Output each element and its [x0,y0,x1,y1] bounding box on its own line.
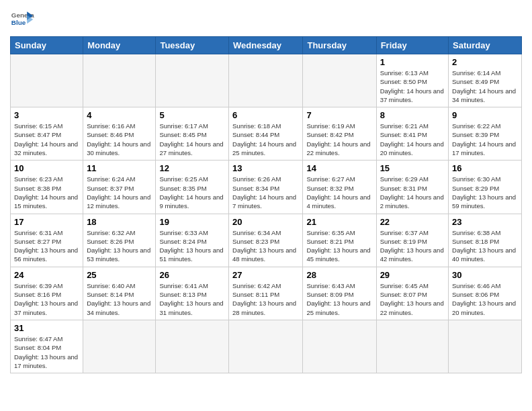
day-number: 29 [380,270,445,280]
day-info: Sunrise: 6:42 AM Sunset: 8:11 PM Dayligh… [232,281,299,317]
day-info: Sunrise: 6:15 AM Sunset: 8:47 PM Dayligh… [14,122,79,157]
day-info: Sunrise: 6:29 AM Sunset: 8:31 PM Dayligh… [380,175,445,210]
day-info: Sunrise: 6:47 AM Sunset: 8:04 PM Dayligh… [14,334,79,370]
day-info: Sunrise: 6:45 AM Sunset: 8:07 PM Dayligh… [380,281,445,317]
day-number: 21 [306,217,372,227]
calendar-cell: 31Sunrise: 6:47 AM Sunset: 8:04 PM Dayli… [11,320,83,373]
day-number: 23 [452,217,518,227]
calendar-cell: 22Sunrise: 6:37 AM Sunset: 8:19 PM Dayli… [376,214,448,267]
logo: General Blue [10,7,34,31]
calendar-cell [303,320,376,373]
calendar-cell: 9Sunrise: 6:22 AM Sunset: 8:39 PM Daylig… [449,107,522,161]
week-row-4: 17Sunrise: 6:31 AM Sunset: 8:27 PM Dayli… [11,214,522,267]
calendar-cell: 10Sunrise: 6:23 AM Sunset: 8:38 PM Dayli… [11,161,83,214]
weekday-header-monday: Monday [83,37,156,54]
day-info: Sunrise: 6:25 AM Sunset: 8:35 PM Dayligh… [159,175,225,210]
weekday-header-sunday: Sunday [11,37,83,54]
calendar-cell [376,320,448,373]
generalblue-logo-icon: General Blue [10,7,34,31]
day-number: 27 [232,270,299,280]
day-number: 9 [452,110,518,120]
day-info: Sunrise: 6:22 AM Sunset: 8:39 PM Dayligh… [452,122,518,157]
calendar-cell: 13Sunrise: 6:26 AM Sunset: 8:34 PM Dayli… [229,161,303,214]
calendar-cell: 3Sunrise: 6:15 AM Sunset: 8:47 PM Daylig… [11,107,83,161]
calendar-cell [449,320,522,373]
day-number: 2 [452,57,518,67]
day-number: 28 [306,270,372,280]
day-number: 1 [380,57,445,67]
day-info: Sunrise: 6:19 AM Sunset: 8:42 PM Dayligh… [306,122,372,157]
day-info: Sunrise: 6:35 AM Sunset: 8:21 PM Dayligh… [306,228,372,264]
calendar-cell: 19Sunrise: 6:33 AM Sunset: 8:24 PM Dayli… [156,214,229,267]
day-info: Sunrise: 6:17 AM Sunset: 8:45 PM Dayligh… [159,122,225,157]
day-info: Sunrise: 6:23 AM Sunset: 8:38 PM Dayligh… [14,175,79,210]
header: General Blue [10,7,522,31]
calendar-cell: 27Sunrise: 6:42 AM Sunset: 8:11 PM Dayli… [229,267,303,320]
day-info: Sunrise: 6:18 AM Sunset: 8:44 PM Dayligh… [232,122,299,157]
day-info: Sunrise: 6:13 AM Sunset: 8:50 PM Dayligh… [380,68,445,104]
day-number: 13 [232,163,299,173]
calendar-cell: 20Sunrise: 6:34 AM Sunset: 8:23 PM Dayli… [229,214,303,267]
day-number: 16 [452,163,518,173]
calendar-cell: 23Sunrise: 6:38 AM Sunset: 8:18 PM Dayli… [449,214,522,267]
day-number: 11 [87,163,152,173]
weekday-header-tuesday: Tuesday [156,37,229,54]
calendar-cell: 5Sunrise: 6:17 AM Sunset: 8:45 PM Daylig… [156,107,229,161]
day-number: 30 [452,270,518,280]
day-info: Sunrise: 6:38 AM Sunset: 8:18 PM Dayligh… [452,228,518,264]
calendar-cell: 2Sunrise: 6:14 AM Sunset: 8:49 PM Daylig… [449,54,522,107]
day-number: 15 [380,163,445,173]
day-info: Sunrise: 6:30 AM Sunset: 8:29 PM Dayligh… [452,175,518,210]
day-info: Sunrise: 6:40 AM Sunset: 8:14 PM Dayligh… [87,281,152,317]
calendar-cell: 15Sunrise: 6:29 AM Sunset: 8:31 PM Dayli… [376,161,448,214]
day-info: Sunrise: 6:34 AM Sunset: 8:23 PM Dayligh… [232,228,299,264]
weekday-header-thursday: Thursday [303,37,376,54]
day-info: Sunrise: 6:43 AM Sunset: 8:09 PM Dayligh… [306,281,372,317]
day-number: 7 [306,110,372,120]
week-row-5: 24Sunrise: 6:39 AM Sunset: 8:16 PM Dayli… [11,267,522,320]
calendar-cell: 24Sunrise: 6:39 AM Sunset: 8:16 PM Dayli… [11,267,83,320]
weekday-header-saturday: Saturday [449,37,522,54]
calendar-cell: 7Sunrise: 6:19 AM Sunset: 8:42 PM Daylig… [303,107,376,161]
calendar-cell: 11Sunrise: 6:24 AM Sunset: 8:37 PM Dayli… [83,161,156,214]
calendar-cell [156,54,229,107]
day-number: 18 [87,217,152,227]
day-number: 19 [159,217,225,227]
day-number: 8 [380,110,445,120]
calendar-table: SundayMondayTuesdayWednesdayThursdayFrid… [10,36,522,373]
day-number: 10 [14,163,79,173]
calendar-cell: 12Sunrise: 6:25 AM Sunset: 8:35 PM Dayli… [156,161,229,214]
day-info: Sunrise: 6:21 AM Sunset: 8:41 PM Dayligh… [380,122,445,157]
day-info: Sunrise: 6:26 AM Sunset: 8:34 PM Dayligh… [232,175,299,210]
calendar-cell: 25Sunrise: 6:40 AM Sunset: 8:14 PM Dayli… [83,267,156,320]
day-info: Sunrise: 6:41 AM Sunset: 8:13 PM Dayligh… [159,281,225,317]
calendar-cell: 16Sunrise: 6:30 AM Sunset: 8:29 PM Dayli… [449,161,522,214]
day-info: Sunrise: 6:24 AM Sunset: 8:37 PM Dayligh… [87,175,152,210]
week-row-6: 31Sunrise: 6:47 AM Sunset: 8:04 PM Dayli… [11,320,522,373]
day-info: Sunrise: 6:39 AM Sunset: 8:16 PM Dayligh… [14,281,79,317]
calendar-cell: 6Sunrise: 6:18 AM Sunset: 8:44 PM Daylig… [229,107,303,161]
day-info: Sunrise: 6:16 AM Sunset: 8:46 PM Dayligh… [87,122,152,157]
weekday-header-wednesday: Wednesday [229,37,303,54]
day-number: 22 [380,217,445,227]
calendar-cell: 30Sunrise: 6:46 AM Sunset: 8:06 PM Dayli… [449,267,522,320]
page: General Blue SundayMondayTuesdayWednesda… [0,0,532,411]
day-number: 31 [14,323,79,333]
calendar-cell [11,54,83,107]
calendar-cell [83,320,156,373]
day-number: 26 [159,270,225,280]
calendar-cell [83,54,156,107]
calendar-cell: 26Sunrise: 6:41 AM Sunset: 8:13 PM Dayli… [156,267,229,320]
day-info: Sunrise: 6:33 AM Sunset: 8:24 PM Dayligh… [159,228,225,264]
day-number: 24 [14,270,79,280]
day-number: 25 [87,270,152,280]
day-number: 3 [14,110,79,120]
calendar-cell: 29Sunrise: 6:45 AM Sunset: 8:07 PM Dayli… [376,267,448,320]
calendar-cell: 17Sunrise: 6:31 AM Sunset: 8:27 PM Dayli… [11,214,83,267]
day-number: 14 [306,163,372,173]
day-info: Sunrise: 6:32 AM Sunset: 8:26 PM Dayligh… [87,228,152,264]
day-info: Sunrise: 6:37 AM Sunset: 8:19 PM Dayligh… [380,228,445,264]
calendar-cell [303,54,376,107]
day-number: 4 [87,110,152,120]
week-row-1: 1Sunrise: 6:13 AM Sunset: 8:50 PM Daylig… [11,54,522,107]
